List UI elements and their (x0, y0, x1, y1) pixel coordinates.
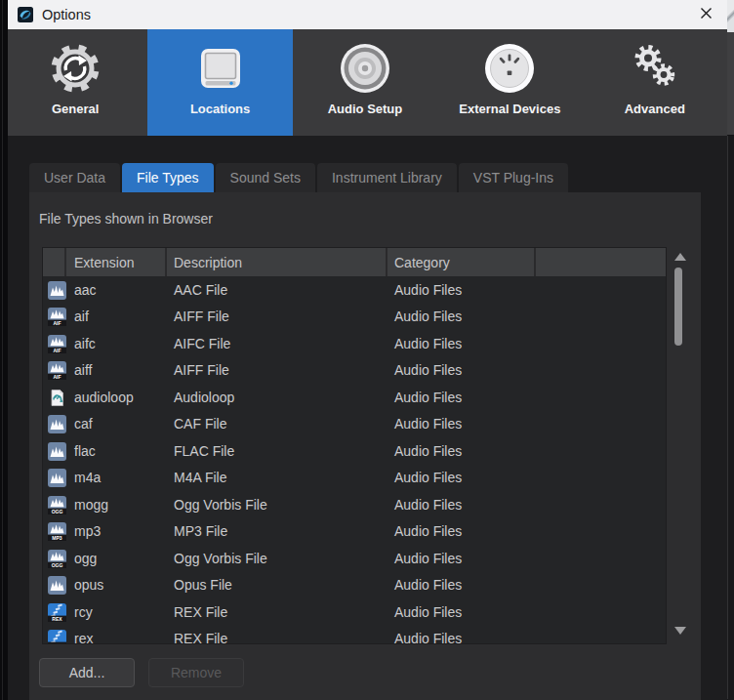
tab-instrument-library[interactable]: Instrument Library (317, 163, 457, 192)
close-button[interactable] (689, 0, 722, 29)
cell-blank (536, 276, 666, 304)
audioloop-icon (43, 384, 66, 411)
window-title: Options (42, 7, 91, 22)
rex-icon: REX (43, 598, 66, 626)
gear-sync-icon (48, 40, 102, 97)
toolbar-item-general[interactable]: General (8, 29, 147, 136)
column-header-blank-4[interactable] (536, 248, 666, 276)
toolbar-item-label: General (52, 102, 99, 116)
table-row[interactable]: aacAAC FileAudio Files (43, 276, 666, 304)
cell-category: Audio Files (387, 545, 536, 572)
tab-sound-sets[interactable]: Sound Sets (216, 163, 315, 192)
remove-button[interactable]: Remove (148, 658, 244, 687)
svg-text:REX: REX (52, 615, 62, 621)
cell-description: FLAC File (167, 437, 387, 465)
svg-text:AIF: AIF (53, 347, 61, 352)
table-row[interactable]: opusOpus FileAudio Files (43, 572, 666, 599)
svg-text:OGG: OGG (52, 508, 63, 514)
toolbar-item-locations[interactable]: Locations (147, 29, 292, 136)
waveform-icon (43, 276, 66, 304)
waveform-icon: AIF (43, 330, 66, 357)
tab-bar: User DataFile TypesSound SetsInstrument … (29, 163, 570, 192)
scrollbar-thumb[interactable] (674, 268, 682, 346)
waveform-icon (43, 465, 66, 492)
cell-description: AIFC File (167, 330, 387, 357)
cell-category: Audio Files (387, 304, 536, 331)
cell-category: Audio Files (387, 598, 536, 626)
cell-description: Opus File (167, 572, 387, 599)
tab-vst-plug-ins[interactable]: VST Plug-Ins (459, 163, 568, 192)
cell-category: Audio Files (387, 357, 536, 385)
waveform-icon: AIF (43, 304, 66, 331)
screen: Options General Locations Audio Setup (0, 0, 734, 700)
table-row[interactable]: flacFLAC FileAudio Files (43, 437, 666, 465)
cell-blank (536, 572, 666, 599)
table-row[interactable]: audioloopAudioloopAudio Files (43, 384, 666, 411)
cell-description: MP3 File (167, 518, 387, 546)
table-row[interactable]: cafCAF FileAudio Files (43, 411, 666, 438)
table-row[interactable]: OGGoggOgg Vorbis FileAudio Files (43, 545, 666, 572)
cell-description: AIFF File (167, 357, 387, 385)
background-mid (727, 32, 734, 136)
scroll-up-arrow-icon[interactable] (674, 253, 686, 261)
cell-blank (536, 357, 666, 385)
cell-extension: rex (66, 626, 167, 645)
column-header-category[interactable]: Category (387, 248, 536, 276)
table-row[interactable]: AIFaifAIFF FileAudio Files (43, 304, 666, 331)
waveform-icon (43, 572, 66, 599)
table-row[interactable]: REXrcyREX FileAudio Files (43, 598, 666, 626)
table-row[interactable]: AIFaiffAIFF FileAudio Files (43, 357, 666, 385)
cell-category: Audio Files (387, 572, 536, 599)
table-row[interactable]: AIFaifcAIFC FileAudio Files (43, 330, 666, 357)
column-header-description[interactable]: Description (167, 248, 387, 276)
cell-category: Audio Files (387, 465, 536, 492)
cell-category: Audio Files (387, 626, 536, 645)
cell-extension: opus (66, 572, 167, 599)
cell-blank (536, 598, 666, 626)
column-header-blank-0[interactable] (43, 248, 66, 276)
waveform-icon (43, 411, 66, 438)
vertical-scrollbar (670, 247, 691, 644)
table-row[interactable]: OGGmoggOgg Vorbis FileAudio Files (43, 491, 666, 518)
cell-description: REX File (167, 626, 387, 645)
table-row[interactable]: m4aM4A FileAudio Files (43, 465, 666, 492)
table-row[interactable]: REXrexREX FileAudio Files (43, 626, 666, 645)
scroll-down-arrow-icon[interactable] (674, 627, 686, 635)
column-header-extension[interactable]: Extension (66, 248, 167, 276)
add-button[interactable]: Add... (39, 658, 135, 687)
cell-extension: rcy (66, 598, 167, 626)
cell-category: Audio Files (387, 276, 536, 304)
waveform-icon: MP3 (43, 518, 66, 546)
file-types-table: ExtensionDescriptionCategory aacAAC File… (42, 247, 667, 644)
svg-text:AIF: AIF (53, 374, 61, 380)
cell-category: Audio Files (387, 491, 536, 518)
cell-description: M4A File (167, 465, 387, 492)
toolbar-item-audio-setup[interactable]: Audio Setup (293, 29, 437, 136)
cell-blank (536, 518, 666, 546)
toolbar-item-label: Locations (190, 102, 250, 116)
tab-user-data[interactable]: User Data (29, 163, 120, 192)
cell-category: Audio Files (387, 437, 536, 465)
tab-file-types[interactable]: File Types (122, 163, 214, 192)
background-rest (727, 136, 734, 699)
toolbar-item-label: Advanced (625, 102, 685, 116)
background-right-strip (727, 0, 734, 700)
cell-description: Ogg Vorbis File (167, 491, 387, 518)
background-art (727, 0, 734, 32)
cell-description: CAF File (167, 411, 387, 438)
cell-extension: mp3 (66, 518, 167, 546)
options-dialog: Options General Locations Audio Setup (8, 0, 727, 700)
cell-description: Audioloop (167, 384, 387, 411)
toolbar-item-advanced[interactable]: Advanced (583, 29, 727, 136)
speaker-icon (338, 40, 392, 97)
table-header: ExtensionDescriptionCategory (43, 248, 666, 276)
toolbar-item-external-devices[interactable]: External Devices (437, 29, 582, 136)
svg-text:MP3: MP3 (52, 535, 62, 541)
table-row[interactable]: MP3mp3MP3 FileAudio Files (43, 518, 666, 546)
cell-extension: mogg (66, 491, 167, 518)
cell-category: Audio Files (387, 384, 536, 411)
cell-blank (536, 465, 666, 492)
cell-category: Audio Files (387, 330, 536, 357)
cell-extension: aac (66, 276, 167, 304)
table-body: aacAAC FileAudio Files AIFaifAIFF FileAu… (43, 276, 666, 644)
